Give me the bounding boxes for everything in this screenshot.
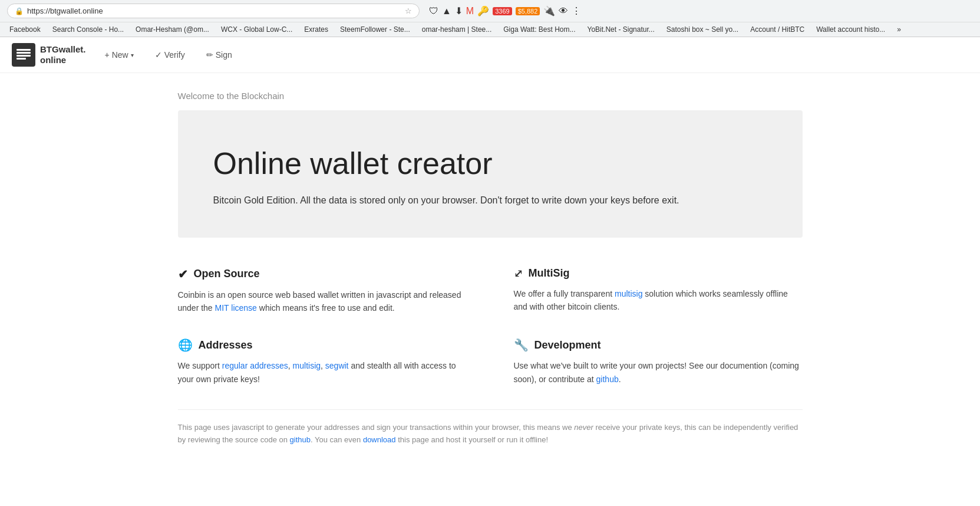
main-content: Welcome to the Blockchain Online wallet … [166,73,814,464]
footer-note: This page uses javascript to generate yo… [178,409,803,446]
new-plus-icon: + [105,50,110,60]
multisig-addresses-link[interactable]: multisig [293,361,321,370]
address-bar-inner[interactable]: 🔒 https://btgwallet.online ☆ [7,4,420,18]
footer-github-link[interactable]: github [290,435,311,444]
bookmark-hitbtc[interactable]: Account / HitBTC [745,24,809,35]
nav-items: + New ▾ ✓ Verify ✏ Sign [100,48,237,62]
verify-label: Verify [164,50,185,60]
development-desc: Use what we've built to write your own p… [514,359,803,386]
secure-icon: 🔒 [15,7,24,15]
open-source-desc: Coinbin is an open source web based wall… [178,288,467,315]
btc-badge: $5,882 [516,7,540,15]
feature-addresses: 🌐 Addresses We support regular addresses… [178,338,467,386]
multisig-label: MultiSig [529,267,570,280]
footer-download-link[interactable]: download [363,435,396,444]
addresses-label: Addresses [199,339,253,351]
hero-subtitle: Bitcoin Gold Edition. All the data is st… [213,193,744,208]
feature-development: 🔧 Development Use what we've built to wr… [514,338,803,386]
plug-ext-icon: 🔌 [543,5,555,17]
development-label: Development [534,339,601,351]
hero-title: Online wallet creator [213,146,767,181]
feature-addresses-title: 🌐 Addresses [178,338,467,352]
sign-pencil-icon: ✏ [206,50,213,60]
segwit-link[interactable]: segwit [325,361,349,370]
multisig-link[interactable]: multisig [615,289,642,298]
extension-icons: 🛡 ▲ ⬇ M 🔑 3369 $5,882 🔌 👁 ⋮ [429,5,581,17]
eye-ext-icon: 👁 [559,6,568,17]
key-ext-icon: 🔑 [477,5,489,17]
shield-ext-icon: 🛡 [429,6,438,17]
drive-ext-icon: ▲ [442,6,451,17]
feature-multisig-title: ⤢ MultiSig [514,267,803,280]
browser-chrome: 🔒 https://btgwallet.online ☆ 🛡 ▲ ⬇ M 🔑 3… [0,0,980,37]
counter-badge: 3369 [493,7,512,15]
nav-new[interactable]: + New ▾ [100,48,138,62]
globe-icon: 🌐 [178,338,193,352]
bookmark-omar-hesham[interactable]: Omar-Hesham (@om... [131,24,214,35]
svg-rect-0 [17,49,31,51]
footer-note-text: This page uses javascript to generate yo… [178,422,803,446]
welcome-text: Welcome to the Blockchain [178,91,803,101]
nav-verify[interactable]: ✓ Verify [150,48,190,62]
site-nav: BTGwallet. online + New ▾ ✓ Verify ✏ Sig… [0,37,980,73]
bookmark-gigawatt[interactable]: Giga Watt: Best Hom... [499,24,580,35]
mit-license-link[interactable]: MIT license [215,303,257,313]
bookmark-steemfollower[interactable]: SteemFollower - Ste... [335,24,415,35]
bookmark-yobit[interactable]: YoBit.Net - Signatur... [583,24,659,35]
feature-multisig: ⤢ MultiSig We offer a fully transparent … [514,267,803,315]
github-link[interactable]: github [596,374,619,384]
feature-open-source-title: ✔ Open Source [178,267,467,281]
bookmark-search-console[interactable]: Search Console - Ho... [48,24,128,35]
sign-label: Sign [216,50,232,60]
bookmark-exrates[interactable]: Exrates [299,24,333,35]
bookmarks-bar: Facebook Search Console - Ho... Omar-Hes… [0,22,980,37]
site-logo[interactable]: BTGwallet. online [12,43,86,67]
bookmark-wallet-history[interactable]: Wallet account histo... [811,24,890,35]
gmail-ext-icon: M [466,6,474,17]
svg-rect-3 [17,58,26,60]
feature-open-source: ✔ Open Source Coinbin is an open source … [178,267,467,315]
logo-icon [12,43,35,67]
more-icon[interactable]: ⋮ [572,5,581,17]
bookmark-more[interactable]: » [892,24,906,35]
address-bar: 🔒 https://btgwallet.online ☆ 🛡 ▲ ⬇ M 🔑 3… [0,0,980,22]
verify-check-icon: ✓ [155,50,162,60]
multisig-desc: We offer a fully transparent multisig so… [514,287,803,314]
download-ext-icon: ⬇ [455,5,463,17]
bookmark-omar-steem[interactable]: omar-hesham | Stee... [417,24,497,35]
new-label: New [112,50,128,60]
bookmark-wcx[interactable]: WCX - Global Low-C... [216,24,297,35]
bookmark-star-icon[interactable]: ☆ [405,6,412,15]
addresses-desc: We support regular addresses, multisig, … [178,359,467,386]
feature-development-title: 🔧 Development [514,338,803,352]
open-source-label: Open Source [194,268,260,280]
features-grid: ✔ Open Source Coinbin is an open source … [178,267,803,386]
hero-section: Online wallet creator Bitcoin Gold Editi… [178,110,803,238]
checkmark-icon: ✔ [178,267,188,281]
regular-addresses-link[interactable]: regular addresses [222,361,288,370]
url-text: https://btgwallet.online [27,6,103,15]
bookmark-facebook[interactable]: Facebook [5,24,45,35]
bookmark-satoshi[interactable]: Satoshi box ~ Sell yo... [662,24,743,35]
multisig-arrows-icon: ⤢ [514,267,523,280]
svg-rect-1 [17,52,31,54]
logo-text: BTGwallet. online [40,44,86,65]
nav-sign[interactable]: ✏ Sign [202,48,237,62]
new-caret-icon: ▾ [131,52,134,58]
wrench-icon: 🔧 [514,338,529,352]
svg-rect-2 [17,55,31,57]
